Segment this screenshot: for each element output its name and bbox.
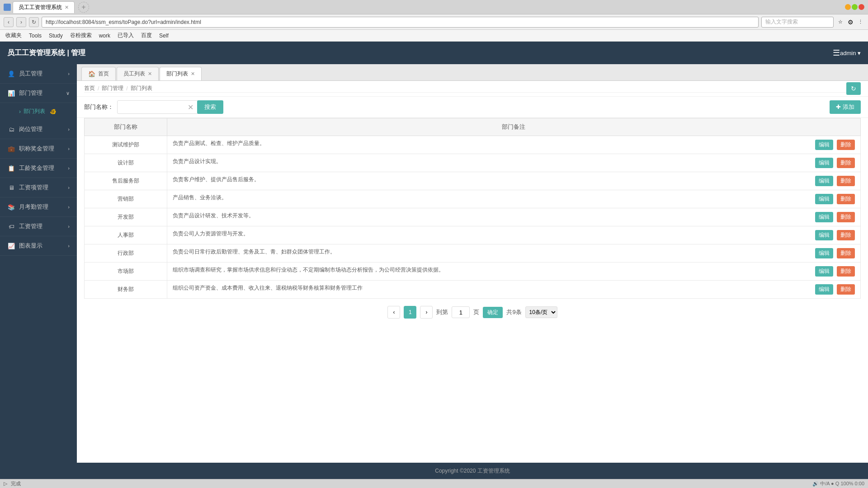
bookmark-imported[interactable]: 已导入 (116, 31, 136, 40)
browser-favicon (4, 4, 11, 11)
delete-button[interactable]: 删除 (837, 194, 855, 204)
tab-home[interactable]: 🏠 首页 (81, 67, 116, 80)
edit-button[interactable]: 编辑 (815, 212, 833, 222)
delete-button[interactable]: 删除 (837, 248, 855, 258)
dept-table: 部门名称 部门备注 测试维护部负责产品测试、检查、维护产品质量。编辑删除设计部负… (84, 118, 861, 299)
add-dept-button[interactable]: ✚ 添加 (830, 100, 861, 114)
bookmark-work[interactable]: work (97, 32, 112, 40)
browser-tab-active[interactable]: 员工工资管理系统 ✕ (13, 1, 75, 13)
search-button[interactable]: 搜索 (197, 100, 223, 114)
clear-search-icon[interactable]: ✕ (188, 103, 193, 112)
sidebar-item-employee[interactable]: 👤 员工管理 › (0, 64, 77, 84)
dept-note-cell: 负责客户维护、提供产品售后服务。编辑删除 (167, 172, 860, 190)
edit-button[interactable]: 编辑 (815, 194, 833, 204)
row-actions: 编辑删除 (815, 176, 855, 186)
bookmark-tools[interactable]: Tools (27, 32, 43, 40)
sidebar-item-attendance[interactable]: 📚 月考勤管理 › (0, 197, 77, 217)
search-toolbar: 部门名称： ✕ 搜索 ✚ 添加 (77, 97, 868, 118)
sidebar-item-chart[interactable]: 📈 图表显示 › (0, 236, 77, 256)
goto-label: 到第 (436, 308, 448, 316)
minimize-button[interactable] (845, 4, 851, 10)
tab-close-icon[interactable]: ✕ (191, 71, 195, 77)
forward-button[interactable]: › (16, 17, 26, 27)
close-window-button[interactable] (859, 4, 864, 10)
maximize-button[interactable] (852, 4, 858, 10)
table-row: 财务部组织公司资产资金、成本费用、收入往来、退税纳税等财务核算和财务管理工作编辑… (85, 281, 861, 299)
refresh-button[interactable]: ↻ (846, 82, 861, 95)
row-actions: 编辑删除 (815, 230, 855, 240)
dept-note-cell: 负责产品测试、检查、维护产品质量。编辑删除 (167, 136, 860, 154)
browser-search-bar[interactable]: 输入文字搜索 (761, 17, 834, 28)
next-page-button[interactable]: › (420, 306, 433, 319)
address-bar[interactable]: http://localhost:8084/ssm_esms/toPage.do… (42, 17, 759, 28)
bookmark-baidu[interactable]: 百度 (139, 31, 154, 40)
breadcrumb-current: 部门列表 (131, 84, 152, 92)
pagination: ‹ 1 › 到第 页 确定 共9条 10条/页 (77, 299, 868, 326)
refresh-button[interactable]: ↻ (29, 17, 39, 27)
project-salary-icon: 🖥 (7, 183, 15, 192)
table-row: 售后服务部负责客户维护、提供产品售后服务。编辑删除 (85, 172, 861, 190)
edit-button[interactable]: 编辑 (815, 266, 833, 277)
dept-note-cell: 负责产品设计实现。编辑删除 (167, 154, 860, 172)
bookmark-label: Self (159, 33, 169, 39)
back-button[interactable]: ‹ (4, 17, 14, 27)
edit-button[interactable]: 编辑 (815, 140, 833, 150)
sidebar-item-salary[interactable]: 🏷 工资管理 › (0, 217, 77, 236)
sidebar-item-title-award[interactable]: 💼 职称奖金管理 › (0, 139, 77, 159)
breadcrumb-home[interactable]: 首页 (84, 84, 95, 92)
tab-close-icon[interactable]: ✕ (148, 71, 152, 77)
bookmark-self[interactable]: Self (157, 32, 170, 40)
delete-button[interactable]: 删除 (837, 266, 855, 277)
prev-page-button[interactable]: ‹ (387, 306, 400, 319)
dept-note-cell: 负责公司人力资源管理与开发。编辑删除 (167, 226, 860, 244)
arrow-icon: › (68, 71, 70, 76)
per-page-select[interactable]: 10条/页 (525, 306, 557, 318)
edit-button[interactable]: 编辑 (815, 248, 833, 258)
search-input[interactable] (117, 100, 198, 114)
sidebar-label: 员工管理 (19, 70, 64, 78)
sidebar-subitem-dept-list[interactable]: › 部门列表 🐠 (0, 103, 77, 120)
bookmark-google[interactable]: 谷粉搜索 (68, 31, 94, 40)
edit-button[interactable]: 编辑 (815, 284, 833, 295)
sidebar-item-position[interactable]: 🗂 岗位管理 › (0, 120, 77, 139)
delete-button[interactable]: 删除 (837, 284, 855, 295)
page-label: 页 (473, 308, 479, 316)
sidebar-item-project-salary[interactable]: 🖥 工资项管理 › (0, 178, 77, 197)
tab-dept-list[interactable]: 部门列表 ✕ (160, 67, 202, 80)
edit-button[interactable]: 编辑 (815, 158, 833, 168)
attendance-icon: 📚 (7, 203, 15, 211)
tab-employee-list[interactable]: 员工列表 ✕ (117, 67, 159, 80)
bookmark-favorites[interactable]: 收藏夹 (4, 31, 24, 40)
main-content: 🏠 首页 员工列表 ✕ 部门列表 ✕ 首页 / (77, 64, 868, 479)
star-icon[interactable]: ☆ (836, 18, 844, 26)
browser-tab-close[interactable]: ✕ (65, 5, 69, 10)
menu-dots-icon[interactable]: ⋮ (856, 18, 864, 26)
new-tab-button[interactable]: + (78, 2, 89, 13)
sidebar-item-dept[interactable]: 📊 部门管理 ∨ (0, 84, 77, 103)
page-1-button[interactable]: 1 (404, 306, 416, 319)
dept-icon: 📊 (7, 89, 15, 97)
delete-button[interactable]: 删除 (837, 230, 855, 240)
delete-button[interactable]: 删除 (837, 212, 855, 222)
bookmark-label: Tools (29, 33, 42, 39)
breadcrumb-dept-mgmt[interactable]: 部门管理 (102, 84, 123, 92)
sidebar-label: 岗位管理 (19, 125, 64, 133)
bookmark-study[interactable]: Study (47, 32, 65, 40)
edit-button[interactable]: 编辑 (815, 176, 833, 186)
goto-confirm-button[interactable]: 确定 (483, 307, 503, 318)
page-goto-input[interactable] (452, 306, 470, 318)
edit-button[interactable]: 编辑 (815, 230, 833, 240)
arrow-icon: ∨ (66, 90, 70, 96)
user-menu[interactable]: admin ▾ (840, 50, 861, 56)
table-row: 测试维护部负责产品测试、检查、维护产品质量。编辑删除 (85, 136, 861, 154)
tab-label: 首页 (98, 70, 109, 78)
delete-button[interactable]: 删除 (837, 140, 855, 150)
delete-button[interactable]: 删除 (837, 176, 855, 186)
arrow-icon: › (68, 224, 70, 229)
sidebar-item-age-award[interactable]: 📋 工龄奖金管理 › (0, 159, 77, 178)
table-row: 开发部负责产品设计研发、技术开发等。编辑删除 (85, 208, 861, 226)
settings-icon[interactable]: ⚙ (846, 18, 854, 26)
col-header-name: 部门名称 (85, 118, 167, 136)
hamburger-menu-icon[interactable]: ☰ (833, 48, 840, 58)
delete-button[interactable]: 删除 (837, 158, 855, 168)
